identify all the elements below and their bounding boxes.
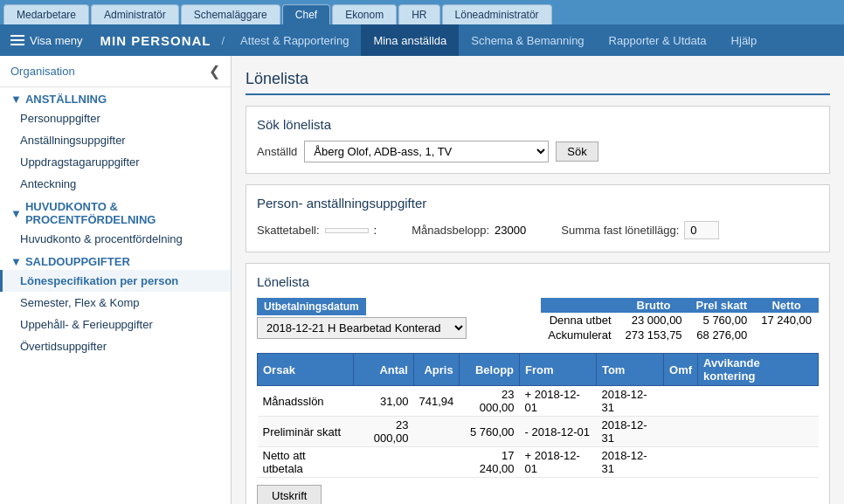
period-dropdown[interactable]: 2018-12-21 H Bearbetad Konterad <box>257 317 467 339</box>
lonelista-header-row: Orsak Antal Apris Belopp From Tom Omf Av… <box>258 354 819 386</box>
tom-2: 2018-12-31 <box>596 447 663 478</box>
manadsbelopp-label: Månadsbelopp: <box>412 224 489 237</box>
th-from: From <box>520 354 597 386</box>
hamburger-icon <box>10 35 24 45</box>
page-title: Lönelista <box>246 70 830 95</box>
manadsbelopp-row: Månadsbelopp: 23000 <box>412 222 526 238</box>
apris-1 <box>413 417 459 447</box>
search-anstald-label: Anställd <box>257 145 297 158</box>
summary-prelskatt-header: Prel skatt <box>689 298 755 313</box>
summary-brutto-header: Brutto <box>619 298 689 313</box>
nav-mina-anstallda[interactable]: Mina anställda <box>361 24 459 56</box>
tab-ekonom[interactable]: Ekonom <box>332 4 397 24</box>
top-tabs-bar: Medarbetare Administratör Schemaläggare … <box>0 0 844 24</box>
summary-prelskatt-ackumulerat: 68 276,00 <box>689 328 755 342</box>
table-row: Preliminär skatt 23 000,00 5 760,00 - 20… <box>258 417 819 447</box>
search-row: Anställd Åberg Olof, ADB-ass, 1, TV Sök <box>257 141 819 162</box>
summary-section: Brutto Prel skatt Netto Denna utbet 23 0… <box>541 298 819 346</box>
summary-label-ackumulerat: Ackumulerat <box>541 328 618 342</box>
section-label-huvudkonto: HUVUDKONTO & PROCENTFÖRDELNING <box>25 200 220 226</box>
omf-1 <box>664 417 698 447</box>
sidebar-item-uppehall[interactable]: Uppehåll- & Ferieuppgifter <box>0 314 231 335</box>
orsak-1: Preliminär skatt <box>258 417 354 447</box>
summary-netto-denna: 17 240,00 <box>754 313 819 328</box>
menu-toggle[interactable]: Visa meny <box>0 34 93 47</box>
utskrift-button[interactable]: Utskrift <box>257 485 322 504</box>
summary-table: Brutto Prel skatt Netto Denna utbet 23 0… <box>541 298 819 342</box>
lonelista-panel-title: Lönelista <box>257 274 819 289</box>
th-apris: Apris <box>413 354 459 386</box>
belopp-1: 5 760,00 <box>459 417 519 447</box>
sidebar-item-huvudkonto[interactable]: Huvudkonto & procentfördelning <box>0 228 231 250</box>
sidebar-org[interactable]: Organisation <box>10 65 75 78</box>
omf-0 <box>664 386 698 417</box>
sidebar-section-saldo: ▼ SALDOUPPGIFTER <box>0 250 231 270</box>
summary-ackumulerat-row: Ackumulerat 273 153,75 68 276,00 <box>541 328 819 342</box>
table-row: Netto att utbetala 17 240,00 + 2018-12-0… <box>258 447 819 478</box>
nav-attest[interactable]: Attest & Rapportering <box>228 24 361 56</box>
th-avvikande: Avvikande kontering <box>698 354 819 386</box>
sidebar-collapse-icon[interactable]: ❮ <box>209 63 220 79</box>
manadsbelopp-value: 23000 <box>495 224 526 237</box>
section-arrow-huvudkonto: ▼ <box>10 207 22 220</box>
skatt-row: Skattetabell: : <box>257 222 377 238</box>
table-row: Månadsslön 31,00 741,94 23 000,00 + 2018… <box>258 386 819 417</box>
tab-löneadministratör[interactable]: Löneadministratör <box>442 4 552 24</box>
sidebar: Organisation ❮ ▼ ANSTÄLLNING Personuppgi… <box>0 56 232 504</box>
summa-value: 0 <box>684 221 719 239</box>
nav-hjälp[interactable]: Hjälp <box>719 24 770 56</box>
summary-netto-header: Netto <box>754 298 819 313</box>
summary-empty-header <box>541 298 618 313</box>
sidebar-item-semester[interactable]: Semester, Flex & Komp <box>0 292 231 314</box>
summary-denna-utbet-row: Denna utbet 23 000,00 5 760,00 17 240,00 <box>541 313 819 328</box>
sidebar-item-lönespecifikation[interactable]: Lönespecifikation per person <box>0 270 231 292</box>
nav-rapporter[interactable]: Rapporter & Utdata <box>597 24 719 56</box>
lonelista-tbody: Månadsslön 31,00 741,94 23 000,00 + 2018… <box>258 386 819 478</box>
search-button[interactable]: Sök <box>556 142 598 162</box>
summary-netto-ackumulerat <box>754 328 819 342</box>
nav-schema[interactable]: Schema & Bemanning <box>459 24 596 56</box>
lonelista-table: Orsak Antal Apris Belopp From Tom Omf Av… <box>257 353 819 478</box>
tab-chef[interactable]: Chef <box>282 4 330 24</box>
sidebar-item-personuppgifter[interactable]: Personuppgifter <box>0 107 231 129</box>
skatt-label: Skattetabell: <box>257 224 320 237</box>
antal-0: 31,00 <box>353 386 413 417</box>
tab-schemaläggare[interactable]: Schemaläggare <box>181 4 280 24</box>
belopp-0: 23 000,00 <box>459 386 519 417</box>
menu-toggle-label: Visa meny <box>30 34 82 47</box>
sidebar-item-anstallningsuppgifter[interactable]: Anställningsuppgifter <box>0 129 231 151</box>
tab-hr[interactable]: HR <box>398 4 439 24</box>
person-info-title: Person- anställningsuppgifter <box>257 196 819 211</box>
avvikande-2 <box>698 447 819 478</box>
summary-brutto-denna: 23 000,00 <box>619 313 689 328</box>
from-1: - 2018-12-01 <box>520 417 597 447</box>
section-arrow-saldo: ▼ <box>10 255 22 268</box>
tom-0: 2018-12-31 <box>596 386 663 417</box>
summary-brutto-ackumulerat: 273 153,75 <box>619 328 689 342</box>
belopp-2: 17 240,00 <box>459 447 519 478</box>
sidebar-section-huvudkonto: ▼ HUVUDKONTO & PROCENTFÖRDELNING <box>0 195 231 228</box>
tab-administratör[interactable]: Administratör <box>91 4 179 24</box>
sidebar-item-övertid[interactable]: Övertidsuppgifter <box>0 335 231 357</box>
sidebar-item-uppdragstagaruppgifter[interactable]: Uppdragstagaruppgifter <box>0 151 231 173</box>
sidebar-item-anteckning[interactable]: Anteckning <box>0 173 231 195</box>
orsak-2: Netto att utbetala <box>258 447 354 478</box>
nav-links: Attest & Rapportering Mina anställda Sch… <box>228 24 844 56</box>
person-info-panel: Person- anställningsuppgifter Skattetabe… <box>246 184 830 252</box>
th-omf: Omf <box>664 354 698 386</box>
app-logo: MIN PERSONAL <box>93 33 218 48</box>
search-select[interactable]: Åberg Olof, ADB-ass, 1, TV <box>304 141 549 162</box>
th-tom: Tom <box>596 354 663 386</box>
section-label-saldo: SALDOUPPGIFTER <box>25 255 130 268</box>
th-orsak: Orsak <box>258 354 354 386</box>
from-0: + 2018-12-01 <box>520 386 597 417</box>
tab-medarbetare[interactable]: Medarbetare <box>3 4 89 24</box>
tom-1: 2018-12-31 <box>596 417 663 447</box>
search-panel: Sök lönelista Anställd Åberg Olof, ADB-a… <box>246 106 830 174</box>
section-label-anstallning: ANSTÄLLNING <box>25 93 107 106</box>
sidebar-section-anstallning: ▼ ANSTÄLLNING <box>0 87 231 107</box>
search-panel-title: Sök lönelista <box>257 117 819 132</box>
content-area: Lönelista Sök lönelista Anställd Åberg O… <box>232 56 844 504</box>
th-belopp: Belopp <box>459 354 519 386</box>
from-2: + 2018-12-01 <box>520 447 597 478</box>
